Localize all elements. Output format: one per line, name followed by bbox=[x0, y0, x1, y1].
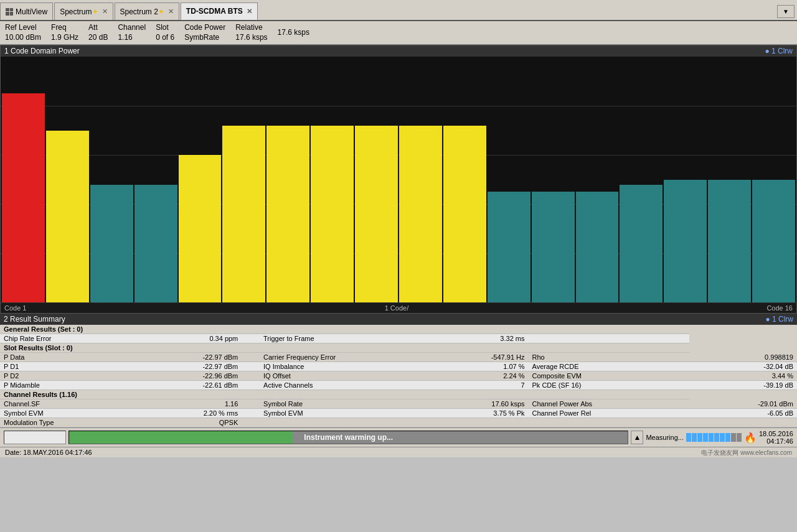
channel-item: Channel 1.16 bbox=[118, 23, 146, 42]
slot-value-3: -22.61 dBm bbox=[134, 381, 242, 390]
freq-item: Freq 1.9 GHz bbox=[51, 23, 78, 42]
relative-label: Relative bbox=[235, 23, 267, 33]
bar-6 bbox=[266, 126, 309, 302]
bar-7 bbox=[311, 126, 354, 302]
mbar-9 bbox=[731, 433, 736, 442]
slot-item: Slot 0 of 6 bbox=[156, 23, 174, 42]
slot-label2-2: IQ Offset bbox=[260, 371, 421, 381]
mbar-10 bbox=[737, 433, 742, 442]
tab-spectrum-close[interactable]: ✕ bbox=[102, 7, 108, 16]
code-domain-badge: ● 1 Clrw bbox=[765, 47, 793, 55]
slot-value2-0: -547.91 Hz bbox=[421, 353, 529, 362]
channel-rows-body: Channel.SF 1.16 Symbol Rate 17.60 ksps C… bbox=[0, 399, 797, 427]
grid-icon bbox=[6, 8, 13, 16]
general-results-title: General Results (Set : 0) bbox=[0, 325, 689, 334]
code-domain-panel: 1 Code Domain Power ● 1 Clrw Code 1 1 Co… bbox=[0, 45, 797, 314]
slot-label2-0: Carrier Frequency Error bbox=[260, 353, 421, 362]
ch-label-1: Symbol EVM bbox=[0, 409, 134, 418]
tab-spectrum[interactable]: Spectrum ✦ ✕ bbox=[54, 2, 113, 20]
slot-label2-1: IQ Imbalance bbox=[260, 362, 421, 371]
tab-scroll-button[interactable]: ▼ bbox=[777, 5, 795, 18]
slot-value3-0: 0.998819 bbox=[689, 353, 797, 362]
slot-value3-1: -32.04 dB bbox=[689, 362, 797, 371]
slot-value-0: -22.97 dBm bbox=[134, 353, 242, 362]
chart-footer: Code 1 1 Code/ Code 16 bbox=[1, 302, 796, 313]
att-item: Att 20 dB bbox=[88, 23, 108, 42]
bar-4 bbox=[179, 155, 222, 302]
slot-label2-3: Active Channels bbox=[260, 381, 421, 390]
star-icon-spectrum: ✦ bbox=[92, 7, 98, 16]
bar-10 bbox=[443, 126, 486, 302]
tab-spectrum-label: Spectrum bbox=[60, 7, 92, 16]
result-table: General Results (Set : 0) Chip Rate Erro… bbox=[0, 325, 797, 427]
slot-value: 0 of 6 bbox=[156, 33, 174, 43]
mbar-4 bbox=[703, 433, 708, 442]
chip-rate-row: Chip Rate Error 0.34 ppm Trigger to Fram… bbox=[0, 334, 797, 343]
ch-label3-1: Channel Power Rel bbox=[529, 409, 690, 418]
slot-label-1: P D1 bbox=[0, 362, 134, 371]
result-summary-badge: ● 1 Clrw bbox=[765, 315, 793, 324]
slot-label3-3: Pk CDE (SF 16) bbox=[529, 381, 690, 390]
mbar-3 bbox=[697, 433, 702, 442]
datetime-line2: 04:17:46 bbox=[766, 437, 793, 445]
ref-level-item: Ref Level 10.00 dBm bbox=[5, 23, 41, 42]
slot-label-2: P D2 bbox=[0, 371, 134, 381]
status-input[interactable] bbox=[4, 431, 66, 444]
slot-label: Slot bbox=[156, 23, 174, 33]
status-bar: Instrument warming up... ▲ Measuring... … bbox=[0, 427, 797, 447]
slot-value-2: -22.96 dBm bbox=[134, 371, 242, 381]
bar-5 bbox=[222, 126, 265, 302]
relative-value-item: 17.6 ksps bbox=[278, 28, 309, 38]
symb-rate-value: 17.6 ksps bbox=[235, 33, 267, 43]
bar-8 bbox=[355, 126, 398, 302]
datetime: 18.05.2016 04:17:46 bbox=[759, 430, 793, 445]
mbar-6 bbox=[714, 433, 719, 442]
measuring-bar bbox=[686, 433, 742, 442]
relative-value: 17.6 ksps bbox=[278, 28, 309, 38]
tab-td-scdma[interactable]: TD-SCDMA BTS ✕ bbox=[181, 2, 258, 20]
slot-result-row: P D1 -22.97 dBm IQ Imbalance 1.07 % Aver… bbox=[0, 362, 797, 371]
ch-label2-1: Symbol EVM bbox=[260, 409, 421, 418]
symb-rate-label: SymbRate bbox=[184, 33, 225, 43]
slot-label-0: P Data bbox=[0, 353, 134, 362]
tab-td-scdma-close[interactable]: ✕ bbox=[247, 7, 252, 16]
tab-spectrum2-close[interactable]: ✕ bbox=[168, 7, 174, 16]
measuring-section: Measuring... 🔥 bbox=[646, 432, 757, 444]
bar-13 bbox=[576, 192, 619, 302]
slot-value2-3: 7 bbox=[421, 381, 529, 390]
channel-results-title: Channel Results (1.16) bbox=[0, 390, 689, 399]
chart-footer-center: 1 Code/ bbox=[385, 304, 409, 312]
status-dropdown[interactable]: ▲ bbox=[631, 431, 643, 444]
status-progress: Instrument warming up... bbox=[68, 431, 628, 444]
slot-label3-0: Rho bbox=[529, 353, 690, 362]
ref-level-value: 10.00 dBm bbox=[5, 33, 41, 43]
slot-value-1: -22.97 dBm bbox=[134, 362, 242, 371]
general-results-section: General Results (Set : 0) bbox=[0, 325, 797, 334]
tab-multiview[interactable]: MultiView bbox=[0, 2, 53, 20]
chart-footer-right: Code 16 bbox=[766, 304, 793, 312]
warming-text: Instrument warming up... bbox=[304, 433, 393, 442]
ch-label-2: Modulation Type bbox=[0, 418, 134, 427]
flame-icon: 🔥 bbox=[744, 432, 757, 444]
bar-3 bbox=[134, 185, 177, 303]
slot-result-row: P Midamble -22.61 dBm Active Channels 7 … bbox=[0, 381, 797, 390]
tab-td-scdma-label: TD-SCDMA BTS bbox=[186, 7, 243, 16]
slot-label3-2: Composite EVM bbox=[529, 371, 690, 381]
mbar-1 bbox=[686, 433, 691, 442]
ch-label3-0: Channel Power Abs bbox=[529, 399, 690, 409]
att-label: Att bbox=[88, 23, 108, 33]
result-summary-panel: 2 Result Summary ● 1 Clrw General Result… bbox=[0, 314, 797, 427]
channel-result-row: Channel.SF 1.16 Symbol Rate 17.60 ksps C… bbox=[0, 399, 797, 409]
slot-result-row: P Data -22.97 dBm Carrier Frequency Erro… bbox=[0, 353, 797, 362]
result-summary-title: 2 Result Summary bbox=[4, 315, 65, 324]
tab-spectrum2[interactable]: Spectrum 2 ✦ ✕ bbox=[115, 2, 179, 20]
att-value: 20 dB bbox=[88, 33, 108, 43]
ch-value2-0: 17.60 ksps bbox=[421, 399, 529, 409]
slot-results-section: Slot Results (Slot : 0) bbox=[0, 343, 797, 353]
chip-rate-value: 0.34 ppm bbox=[134, 334, 242, 343]
mbar-7 bbox=[720, 433, 725, 442]
ch-label3-2 bbox=[529, 418, 690, 427]
mbar-8 bbox=[725, 433, 730, 442]
bar-15 bbox=[664, 180, 707, 303]
ch-value-0: 1.16 bbox=[134, 399, 242, 409]
